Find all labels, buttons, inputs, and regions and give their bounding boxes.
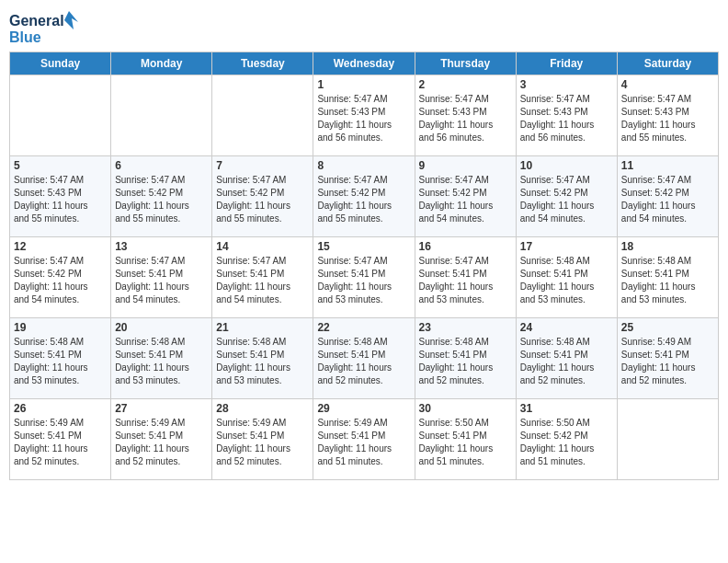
- day-number: 19: [14, 321, 107, 334]
- calendar-body: 1Sunrise: 5:47 AM Sunset: 5:43 PM Daylig…: [10, 75, 719, 480]
- day-number: 28: [216, 402, 309, 415]
- day-info: Sunrise: 5:47 AM Sunset: 5:42 PM Dayligh…: [115, 174, 208, 225]
- day-info: Sunrise: 5:48 AM Sunset: 5:41 PM Dayligh…: [621, 255, 714, 306]
- day-info: Sunrise: 5:47 AM Sunset: 5:41 PM Dayligh…: [115, 255, 208, 306]
- calendar-cell: 25Sunrise: 5:49 AM Sunset: 5:41 PM Dayli…: [617, 318, 718, 399]
- calendar-cell: 7Sunrise: 5:47 AM Sunset: 5:42 PM Daylig…: [212, 156, 313, 237]
- weekday-header-monday: Monday: [111, 52, 212, 75]
- calendar-cell: 18Sunrise: 5:48 AM Sunset: 5:41 PM Dayli…: [617, 237, 718, 318]
- calendar-cell: 13Sunrise: 5:47 AM Sunset: 5:41 PM Dayli…: [111, 237, 212, 318]
- day-info: Sunrise: 5:49 AM Sunset: 5:41 PM Dayligh…: [317, 417, 410, 468]
- calendar-cell: 31Sunrise: 5:50 AM Sunset: 5:42 PM Dayli…: [516, 399, 617, 480]
- day-info: Sunrise: 5:47 AM Sunset: 5:42 PM Dayligh…: [317, 174, 410, 225]
- day-number: 12: [14, 240, 107, 253]
- calendar-cell: [10, 75, 111, 156]
- day-info: Sunrise: 5:48 AM Sunset: 5:41 PM Dayligh…: [115, 336, 208, 387]
- calendar-cell: 10Sunrise: 5:47 AM Sunset: 5:42 PM Dayli…: [516, 156, 617, 237]
- svg-text:Blue: Blue: [9, 29, 41, 45]
- calendar-cell: 28Sunrise: 5:49 AM Sunset: 5:41 PM Dayli…: [212, 399, 313, 480]
- day-number: 5: [14, 159, 107, 172]
- day-info: Sunrise: 5:49 AM Sunset: 5:41 PM Dayligh…: [216, 417, 309, 468]
- day-info: Sunrise: 5:49 AM Sunset: 5:41 PM Dayligh…: [621, 336, 714, 387]
- svg-text:General: General: [9, 13, 64, 29]
- day-info: Sunrise: 5:48 AM Sunset: 5:41 PM Dayligh…: [317, 336, 410, 387]
- day-info: Sunrise: 5:50 AM Sunset: 5:41 PM Dayligh…: [419, 417, 512, 468]
- day-number: 17: [520, 240, 613, 253]
- day-number: 13: [115, 240, 208, 253]
- day-number: 27: [115, 402, 208, 415]
- weekday-header-friday: Friday: [516, 52, 617, 75]
- calendar-week-5: 26Sunrise: 5:49 AM Sunset: 5:41 PM Dayli…: [10, 399, 719, 480]
- calendar-week-1: 1Sunrise: 5:47 AM Sunset: 5:43 PM Daylig…: [10, 75, 719, 156]
- day-info: Sunrise: 5:47 AM Sunset: 5:42 PM Dayligh…: [419, 174, 512, 225]
- day-info: Sunrise: 5:47 AM Sunset: 5:42 PM Dayligh…: [14, 255, 107, 306]
- day-number: 9: [419, 159, 512, 172]
- calendar-cell: 9Sunrise: 5:47 AM Sunset: 5:42 PM Daylig…: [415, 156, 516, 237]
- day-info: Sunrise: 5:47 AM Sunset: 5:42 PM Dayligh…: [520, 174, 613, 225]
- logo: GeneralBlue: [9, 9, 83, 46]
- weekday-header-saturday: Saturday: [617, 52, 718, 75]
- day-info: Sunrise: 5:48 AM Sunset: 5:41 PM Dayligh…: [520, 255, 613, 306]
- day-number: 18: [621, 240, 714, 253]
- day-info: Sunrise: 5:47 AM Sunset: 5:41 PM Dayligh…: [317, 255, 410, 306]
- day-info: Sunrise: 5:47 AM Sunset: 5:43 PM Dayligh…: [419, 93, 512, 144]
- day-info: Sunrise: 5:47 AM Sunset: 5:43 PM Dayligh…: [317, 93, 410, 144]
- logo-icon: GeneralBlue: [9, 9, 83, 46]
- calendar-week-4: 19Sunrise: 5:48 AM Sunset: 5:41 PM Dayli…: [10, 318, 719, 399]
- calendar-cell: 11Sunrise: 5:47 AM Sunset: 5:42 PM Dayli…: [617, 156, 718, 237]
- day-number: 8: [317, 159, 410, 172]
- calendar-cell: 16Sunrise: 5:47 AM Sunset: 5:41 PM Dayli…: [415, 237, 516, 318]
- weekday-header-sunday: Sunday: [10, 52, 111, 75]
- day-number: 10: [520, 159, 613, 172]
- calendar-cell: [111, 75, 212, 156]
- day-info: Sunrise: 5:47 AM Sunset: 5:41 PM Dayligh…: [419, 255, 512, 306]
- day-number: 11: [621, 159, 714, 172]
- day-number: 1: [317, 78, 410, 91]
- day-number: 31: [520, 402, 613, 415]
- day-number: 21: [216, 321, 309, 334]
- day-info: Sunrise: 5:47 AM Sunset: 5:42 PM Dayligh…: [621, 174, 714, 225]
- day-number: 20: [115, 321, 208, 334]
- day-info: Sunrise: 5:48 AM Sunset: 5:41 PM Dayligh…: [216, 336, 309, 387]
- weekday-header-row: SundayMondayTuesdayWednesdayThursdayFrid…: [10, 52, 719, 75]
- day-number: 7: [216, 159, 309, 172]
- day-number: 23: [419, 321, 512, 334]
- calendar-cell: 12Sunrise: 5:47 AM Sunset: 5:42 PM Dayli…: [10, 237, 111, 318]
- calendar-cell: 4Sunrise: 5:47 AM Sunset: 5:43 PM Daylig…: [617, 75, 718, 156]
- calendar-cell: 30Sunrise: 5:50 AM Sunset: 5:41 PM Dayli…: [415, 399, 516, 480]
- weekday-header-wednesday: Wednesday: [313, 52, 415, 75]
- calendar-cell: 8Sunrise: 5:47 AM Sunset: 5:42 PM Daylig…: [313, 156, 415, 237]
- calendar-table: SundayMondayTuesdayWednesdayThursdayFrid…: [9, 52, 719, 480]
- calendar-cell: 6Sunrise: 5:47 AM Sunset: 5:42 PM Daylig…: [111, 156, 212, 237]
- day-info: Sunrise: 5:48 AM Sunset: 5:41 PM Dayligh…: [14, 336, 107, 387]
- day-info: Sunrise: 5:47 AM Sunset: 5:42 PM Dayligh…: [216, 174, 309, 225]
- day-number: 25: [621, 321, 714, 334]
- calendar-cell: 19Sunrise: 5:48 AM Sunset: 5:41 PM Dayli…: [10, 318, 111, 399]
- calendar-cell: [212, 75, 313, 156]
- day-info: Sunrise: 5:47 AM Sunset: 5:41 PM Dayligh…: [216, 255, 309, 306]
- day-info: Sunrise: 5:50 AM Sunset: 5:42 PM Dayligh…: [520, 417, 613, 468]
- calendar-cell: 1Sunrise: 5:47 AM Sunset: 5:43 PM Daylig…: [313, 75, 415, 156]
- day-info: Sunrise: 5:47 AM Sunset: 5:43 PM Dayligh…: [14, 174, 107, 225]
- calendar-cell: 20Sunrise: 5:48 AM Sunset: 5:41 PM Dayli…: [111, 318, 212, 399]
- calendar-cell: 23Sunrise: 5:48 AM Sunset: 5:41 PM Dayli…: [415, 318, 516, 399]
- day-info: Sunrise: 5:48 AM Sunset: 5:41 PM Dayligh…: [520, 336, 613, 387]
- calendar-cell: [617, 399, 718, 480]
- calendar-cell: 3Sunrise: 5:47 AM Sunset: 5:43 PM Daylig…: [516, 75, 617, 156]
- day-number: 30: [419, 402, 512, 415]
- calendar-week-3: 12Sunrise: 5:47 AM Sunset: 5:42 PM Dayli…: [10, 237, 719, 318]
- weekday-header-tuesday: Tuesday: [212, 52, 313, 75]
- calendar-cell: 29Sunrise: 5:49 AM Sunset: 5:41 PM Dayli…: [313, 399, 415, 480]
- day-info: Sunrise: 5:48 AM Sunset: 5:41 PM Dayligh…: [419, 336, 512, 387]
- day-number: 4: [621, 78, 714, 91]
- calendar-cell: 15Sunrise: 5:47 AM Sunset: 5:41 PM Dayli…: [313, 237, 415, 318]
- day-info: Sunrise: 5:47 AM Sunset: 5:43 PM Dayligh…: [621, 93, 714, 144]
- calendar-cell: 14Sunrise: 5:47 AM Sunset: 5:41 PM Dayli…: [212, 237, 313, 318]
- calendar-cell: 27Sunrise: 5:49 AM Sunset: 5:41 PM Dayli…: [111, 399, 212, 480]
- day-info: Sunrise: 5:47 AM Sunset: 5:43 PM Dayligh…: [520, 93, 613, 144]
- day-info: Sunrise: 5:49 AM Sunset: 5:41 PM Dayligh…: [115, 417, 208, 468]
- calendar-cell: 2Sunrise: 5:47 AM Sunset: 5:43 PM Daylig…: [415, 75, 516, 156]
- day-number: 24: [520, 321, 613, 334]
- day-number: 3: [520, 78, 613, 91]
- page-header: GeneralBlue: [9, 9, 719, 46]
